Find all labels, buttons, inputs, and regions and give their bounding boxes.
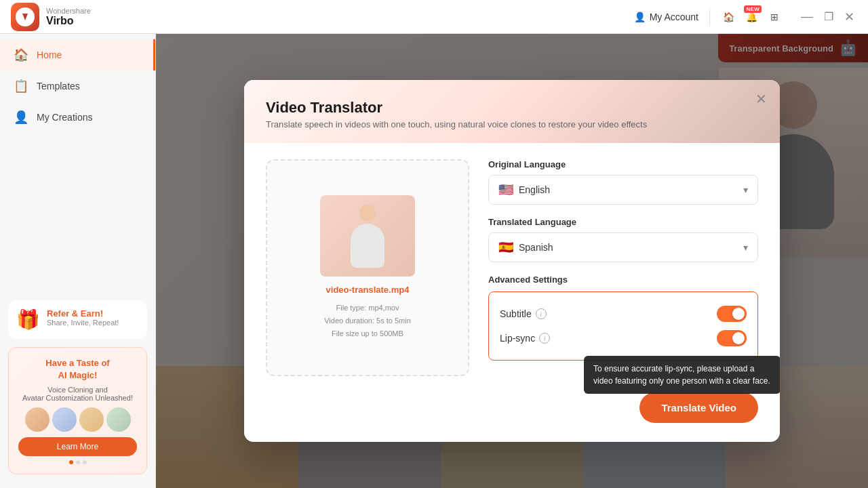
maximize-button[interactable]: ❐ bbox=[821, 9, 836, 24]
my-account-label: My Account bbox=[650, 12, 698, 22]
upload-filename: video-translate.mp4 bbox=[326, 285, 410, 295]
sidebar-item-home[interactable]: 🏠 Home bbox=[0, 39, 155, 70]
lipsync-tooltip: To ensure accurate lip-sync, please uplo… bbox=[584, 356, 780, 394]
carousel-dots bbox=[18, 460, 137, 464]
creations-icon: 👤 bbox=[14, 110, 28, 125]
app-brand: Wondershare Virbo bbox=[11, 3, 91, 31]
refer-subtitle: Share, Invite, Repeat! bbox=[47, 319, 119, 327]
size-info: File size up to 500MB bbox=[324, 327, 411, 340]
sidebar-item-my-creations[interactable]: 👤 My Creations bbox=[0, 102, 155, 133]
translated-language-chevron: ▾ bbox=[743, 242, 748, 253]
upload-preview bbox=[320, 195, 415, 277]
sidebar-home-label: Home bbox=[37, 49, 62, 60]
subtitle-row: Subtitle i bbox=[500, 302, 747, 326]
figure-head bbox=[359, 205, 376, 221]
account-icon: 👤 bbox=[634, 12, 646, 22]
sidebar: 🏠 Home 📋 Templates 👤 My Creations 🎁 Refe… bbox=[0, 34, 156, 488]
dot-2 bbox=[76, 460, 80, 464]
titlebar-icons: 🏠 🔔 NEW ⊞ bbox=[721, 9, 782, 24]
ai-avatar-3 bbox=[79, 407, 104, 432]
duration-info: Video duration: 5s to 5min bbox=[324, 314, 411, 327]
brand-name: Wondershare bbox=[46, 7, 91, 15]
settings-box: Subtitle i bbox=[488, 291, 758, 361]
minimize-button[interactable]: — bbox=[798, 9, 816, 24]
titlebar-right: 👤 My Account 🏠 🔔 NEW ⊞ — ❐ ✕ bbox=[634, 9, 857, 25]
close-window-button[interactable]: ✕ bbox=[842, 9, 857, 24]
lipsync-label: Lip-sync i bbox=[500, 333, 550, 344]
logo-icon bbox=[16, 7, 35, 26]
refer-text: Refer & Earn! Share, Invite, Repeat! bbox=[47, 308, 119, 327]
modal-title: Video Translator bbox=[266, 99, 758, 117]
translated-language-text: Spanish bbox=[519, 242, 553, 253]
ai-magic-highlight: AI Magic! bbox=[58, 370, 98, 380]
new-feature-icon[interactable]: 🔔 NEW bbox=[744, 9, 759, 24]
refer-title: Refer & Earn! bbox=[47, 308, 119, 319]
ai-avatar-2 bbox=[52, 407, 77, 432]
app-logo bbox=[11, 3, 39, 31]
person-figure bbox=[320, 195, 415, 277]
modal-overlay: Video Translator Translate speech in vid… bbox=[156, 34, 868, 488]
lipsync-info-icon[interactable]: i bbox=[539, 333, 550, 344]
advanced-settings-title: Advanced Settings bbox=[488, 274, 758, 285]
divider bbox=[709, 9, 710, 25]
subtitle-info-icon[interactable]: i bbox=[536, 308, 547, 319]
translated-language-value: 🇪🇸 Spanish bbox=[498, 240, 553, 255]
subtitle-label: Subtitle i bbox=[500, 308, 547, 319]
ai-magic-card: Have a Taste of AI Magic! Voice Cloning … bbox=[8, 347, 147, 474]
subtitle-toggle-knob bbox=[732, 308, 745, 320]
my-account-button[interactable]: 👤 My Account bbox=[634, 12, 698, 22]
templates-icon: 📋 bbox=[14, 79, 28, 94]
original-language-chevron: ▾ bbox=[743, 184, 748, 195]
product-name: Virbo bbox=[46, 15, 91, 27]
figure-body bbox=[351, 224, 384, 268]
home-icon[interactable]: 🏠 bbox=[721, 9, 736, 24]
app-name-group: Wondershare Virbo bbox=[46, 7, 91, 27]
window-controls: — ❐ ✕ bbox=[798, 9, 857, 24]
lipsync-toggle[interactable] bbox=[717, 330, 747, 346]
subtitle-text: Subtitle bbox=[500, 308, 532, 319]
ai-avatar-row bbox=[18, 407, 137, 432]
lipsync-text: Lip-sync bbox=[500, 333, 535, 344]
translated-language-label: Translated Language bbox=[488, 217, 758, 227]
modal-body: video-translate.mp4 File type: mp4,mov V… bbox=[244, 143, 780, 392]
ai-avatar-1 bbox=[25, 407, 50, 432]
upload-area[interactable]: video-translate.mp4 File type: mp4,mov V… bbox=[266, 159, 469, 376]
english-flag: 🇺🇸 bbox=[498, 182, 513, 197]
upload-info: File type: mp4,mov Video duration: 5s to… bbox=[324, 302, 411, 340]
spanish-flag: 🇪🇸 bbox=[498, 240, 513, 255]
grid-icon[interactable]: ⊞ bbox=[767, 9, 782, 24]
sidebar-creations-label: My Creations bbox=[37, 112, 92, 123]
content-area: Transparent Background 🤖 Video Translato… bbox=[156, 34, 868, 488]
lipsync-row: Lip-sync i bbox=[500, 326, 747, 350]
tooltip-text: To ensure accurate lip-sync, please uplo… bbox=[593, 364, 770, 386]
video-translator-modal: Video Translator Translate speech in vid… bbox=[244, 80, 780, 442]
original-language-text: English bbox=[519, 184, 550, 195]
dot-1 bbox=[69, 460, 73, 464]
refer-icon: 🎁 bbox=[16, 308, 40, 331]
original-language-value: 🇺🇸 English bbox=[498, 182, 550, 197]
refer-earn-card: 🎁 Refer & Earn! Share, Invite, Repeat! bbox=[8, 300, 147, 339]
advanced-settings-section: Advanced Settings Subtitle i bbox=[488, 274, 758, 361]
dot-3 bbox=[83, 460, 87, 464]
translate-video-button[interactable]: Translate Video bbox=[639, 392, 758, 423]
home-sidebar-icon: 🏠 bbox=[14, 47, 28, 62]
original-language-select[interactable]: 🇺🇸 English ▾ bbox=[488, 175, 758, 205]
lipsync-toggle-knob bbox=[732, 332, 745, 344]
ai-magic-title: Have a Taste of AI Magic! bbox=[18, 357, 137, 382]
sidebar-item-templates[interactable]: 📋 Templates bbox=[0, 70, 155, 102]
ai-magic-description: Voice Cloning andAvatar Customization Un… bbox=[18, 386, 137, 402]
main-layout: 🏠 Home 📋 Templates 👤 My Creations 🎁 Refe… bbox=[0, 34, 868, 488]
sidebar-templates-label: Templates bbox=[37, 81, 80, 92]
modal-subtitle: Translate speech in videos with one touc… bbox=[266, 119, 758, 129]
translated-language-select[interactable]: 🇪🇸 Spanish ▾ bbox=[488, 232, 758, 262]
titlebar: Wondershare Virbo 👤 My Account 🏠 🔔 NEW ⊞… bbox=[0, 0, 868, 34]
settings-panel: Original Language 🇺🇸 English ▾ Translate… bbox=[469, 159, 758, 376]
original-language-label: Original Language bbox=[488, 159, 758, 169]
modal-close-button[interactable]: ✕ bbox=[751, 89, 770, 108]
learn-more-button[interactable]: Learn More bbox=[18, 437, 137, 456]
translate-btn-row: Translate Video bbox=[244, 392, 780, 442]
file-type-info: File type: mp4,mov bbox=[324, 302, 411, 314]
new-badge: NEW bbox=[744, 5, 762, 13]
subtitle-toggle[interactable] bbox=[717, 306, 747, 322]
ai-avatar-4 bbox=[106, 407, 131, 432]
